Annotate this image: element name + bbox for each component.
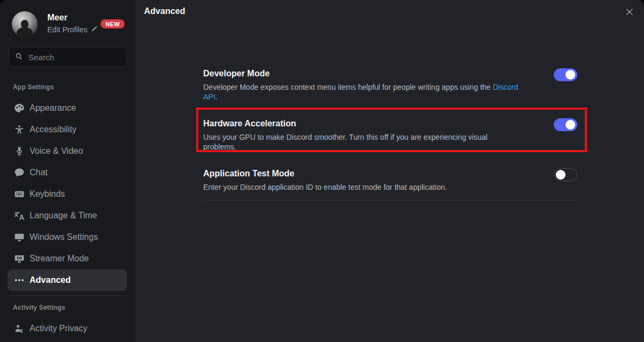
microphone-icon xyxy=(14,146,25,156)
sidebar-item-label: Streamer Mode xyxy=(30,254,89,263)
setting-description: Enter your Discord application ID to ena… xyxy=(203,182,518,192)
page-title: Advanced xyxy=(144,6,185,16)
ellipsis-icon xyxy=(14,275,25,286)
search-icon xyxy=(15,52,24,63)
setting-developer-mode: Developer Mode Developer Mode exposes co… xyxy=(203,69,577,102)
developer-mode-toggle[interactable] xyxy=(554,68,577,81)
sidebar-item-label: Windows Settings xyxy=(30,232,98,242)
pencil-icon xyxy=(91,25,98,34)
discord-settings-window: Meer Edit Profiles NEW App Settings Ap xyxy=(0,0,644,342)
sidebar-item-appearance[interactable]: Appearance xyxy=(8,97,127,119)
sidebar-item-streamer-mode[interactable]: Streamer Mode xyxy=(8,248,127,269)
translate-icon xyxy=(14,210,25,221)
setting-title: Application Test Mode xyxy=(203,169,524,179)
section-label-activity-settings: Activity Settings xyxy=(13,304,127,311)
toggle-knob xyxy=(566,70,575,80)
settings-sidebar: Meer Edit Profiles NEW App Settings Ap xyxy=(0,0,135,342)
description-suffix: . xyxy=(216,92,218,101)
sidebar-item-label: Language & Time xyxy=(30,211,97,220)
settings-content: Advanced Developer Mode Developer Mode e… xyxy=(135,0,644,342)
setting-description: Uses your GPU to make Discord smoother. … xyxy=(203,132,518,152)
edit-profiles-label: Edit Profiles xyxy=(47,25,88,34)
settings-rows: Developer Mode Developer Mode exposes co… xyxy=(203,69,577,201)
setting-title: Developer Mode xyxy=(203,69,524,79)
keyboard-icon xyxy=(14,189,25,200)
toggle-knob xyxy=(566,120,575,130)
sidebar-item-activity-privacy[interactable]: Activity Privacy xyxy=(8,318,127,339)
sidebar-item-keybinds[interactable]: Keybinds xyxy=(8,183,127,205)
sidebar-item-language-time[interactable]: Language & Time xyxy=(8,205,127,226)
palette-icon xyxy=(14,103,25,113)
sidebar-item-windows-settings[interactable]: Windows Settings xyxy=(8,226,127,248)
hardware-acceleration-toggle[interactable] xyxy=(554,118,577,131)
sidebar-divider xyxy=(8,295,128,296)
people-icon xyxy=(14,323,25,334)
application-test-mode-toggle[interactable] xyxy=(554,168,577,181)
setting-hardware-acceleration: Hardware Acceleration Uses your GPU to m… xyxy=(203,119,577,152)
sidebar-item-advanced[interactable]: Advanced xyxy=(8,269,127,291)
sidebar-item-voice-video[interactable]: Voice & Video xyxy=(8,140,127,162)
section-label-app-settings: App Settings xyxy=(13,83,127,91)
search-box[interactable] xyxy=(9,47,127,67)
description-text: Developer Mode exposes context menu item… xyxy=(203,83,493,91)
sidebar-item-label: Activity Privacy xyxy=(30,324,88,333)
close-button[interactable] xyxy=(621,4,638,20)
setting-title: Hardware Acceleration xyxy=(203,119,524,129)
setting-description: Developer Mode exposes context menu item… xyxy=(203,82,518,102)
new-badge: NEW xyxy=(101,19,125,28)
sidebar-item-label: Voice & Video xyxy=(30,146,83,156)
sidebar-item-label: Accessibility xyxy=(30,125,76,134)
avatar[interactable] xyxy=(12,11,38,37)
stream-monitor-icon xyxy=(14,253,25,264)
sidebar-item-label: Advanced xyxy=(30,275,70,285)
chat-bubble-icon xyxy=(14,167,25,178)
user-card: Meer Edit Profiles NEW xyxy=(12,11,127,37)
toggle-knob xyxy=(556,170,566,180)
accessibility-icon xyxy=(14,124,25,135)
search-input[interactable] xyxy=(28,53,135,62)
close-icon xyxy=(625,7,634,18)
sidebar-item-label: Keybinds xyxy=(30,189,65,199)
setting-application-test-mode: Application Test Mode Enter your Discord… xyxy=(203,169,577,192)
content-divider xyxy=(203,200,577,201)
monitor-icon xyxy=(14,232,25,243)
sidebar-item-chat[interactable]: Chat xyxy=(8,162,127,183)
sidebar-item-accessibility[interactable]: Accessibility xyxy=(8,119,127,140)
sidebar-item-label: Appearance xyxy=(30,103,76,113)
sidebar-item-label: Chat xyxy=(30,168,48,177)
